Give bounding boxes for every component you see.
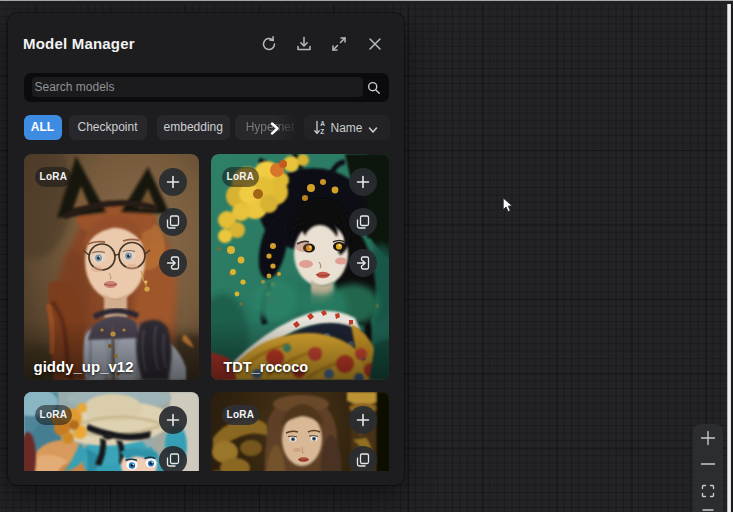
svg-text:Z: Z	[320, 128, 324, 135]
svg-text:A: A	[320, 120, 325, 127]
